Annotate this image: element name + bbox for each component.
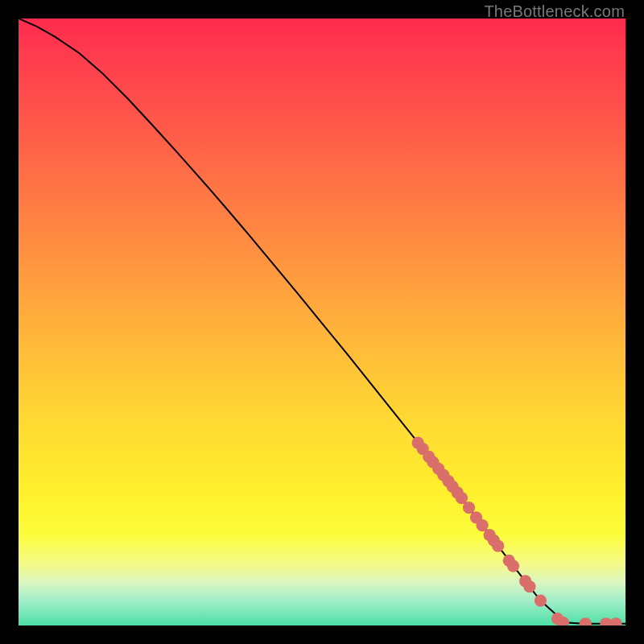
chart-svg xyxy=(19,19,625,625)
data-dot xyxy=(492,540,504,552)
data-dot xyxy=(535,594,547,606)
data-dot xyxy=(463,502,475,514)
data-dot xyxy=(580,617,592,625)
data-dot xyxy=(523,580,535,592)
plot-area xyxy=(19,19,625,625)
chart-frame: TheBottleneck.com xyxy=(0,0,644,644)
data-dot xyxy=(507,560,519,572)
attribution-text: TheBottleneck.com xyxy=(484,2,625,21)
data-dot xyxy=(476,519,488,531)
data-dots xyxy=(412,436,622,625)
data-dot xyxy=(456,492,468,504)
data-dot xyxy=(609,617,621,625)
curve-line xyxy=(19,19,625,624)
